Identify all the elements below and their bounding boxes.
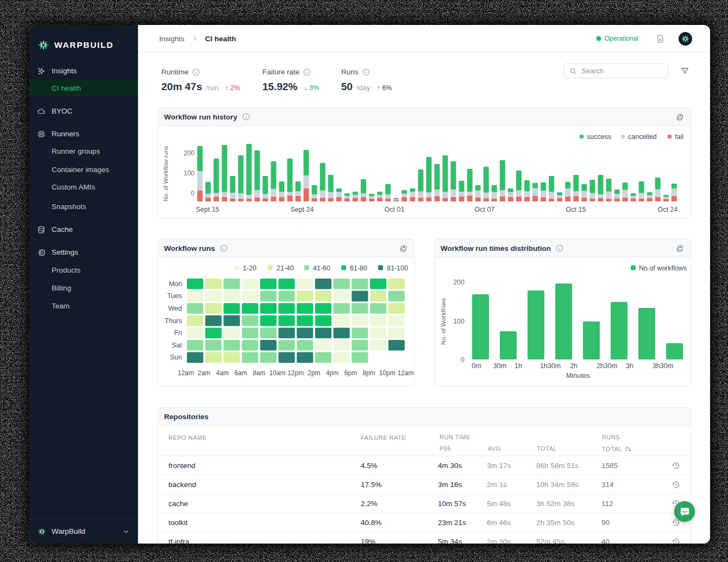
svg-text:Sept 15: Sept 15 — [196, 206, 219, 213]
svg-text:Sun: Sun — [170, 353, 182, 361]
svg-text:Wed: Wed — [168, 305, 183, 312]
svg-text:No. of Workflow runs: No. of Workflow runs — [162, 146, 169, 201]
svg-text:No.of workflows: No.of workflows — [639, 264, 687, 272]
svg-text:12am: 12am — [178, 369, 194, 377]
svg-text:Oct 07: Oct 07 — [475, 206, 495, 213]
svg-text:Tues: Tues — [167, 292, 182, 300]
svg-text:2am: 2am — [198, 369, 210, 377]
svg-text:Fri: Fri — [174, 329, 182, 337]
svg-text:3h: 3h — [626, 362, 633, 370]
svg-text:2h: 2h — [570, 362, 578, 370]
svg-text:cancelled: cancelled — [628, 133, 657, 141]
svg-text:0: 0 — [191, 190, 194, 197]
svg-text:Minutes: Minutes — [566, 372, 590, 380]
svg-text:2pm: 2pm — [307, 369, 320, 377]
svg-text:1h: 1h — [514, 362, 522, 370]
svg-text:200: 200 — [453, 279, 465, 286]
svg-text:100: 100 — [453, 318, 465, 325]
svg-text:8am: 8am — [253, 369, 265, 377]
svg-text:6am: 6am — [234, 369, 247, 377]
svg-text:success: success — [587, 133, 611, 141]
svg-text:fail: fail — [675, 133, 683, 141]
svg-text:Sept 24: Sept 24 — [290, 206, 313, 213]
svg-text:Oct 24: Oct 24 — [658, 206, 678, 213]
svg-text:0: 0 — [461, 356, 465, 364]
svg-text:6pm: 6pm — [344, 369, 357, 377]
svg-text:Oct 01: Oct 01 — [385, 206, 405, 213]
svg-text:1-20: 1-20 — [243, 264, 256, 272]
svg-text:3h30m: 3h30m — [652, 362, 673, 370]
svg-text:4pm: 4pm — [326, 369, 338, 377]
svg-text:41-60: 41-60 — [313, 264, 330, 272]
svg-text:61-80: 61-80 — [350, 264, 367, 272]
svg-text:100: 100 — [184, 169, 194, 177]
svg-text:2h30m: 2h30m — [597, 362, 617, 370]
svg-text:1h30m: 1h30m — [540, 362, 561, 370]
svg-text:8pm: 8pm — [362, 369, 375, 377]
svg-text:4am: 4am — [216, 369, 229, 377]
svg-text:Thurs: Thurs — [165, 317, 182, 325]
svg-text:12pm: 12pm — [287, 369, 304, 377]
svg-text:12am: 12am — [397, 369, 413, 377]
svg-text:21-40: 21-40 — [277, 264, 294, 272]
svg-text:10pm: 10pm — [379, 369, 396, 377]
svg-text:0m: 0m — [472, 362, 481, 370]
svg-text:Sat: Sat — [172, 342, 182, 349]
svg-text:10am: 10am — [269, 369, 285, 377]
svg-text:81-100: 81-100 — [387, 264, 408, 272]
svg-text:Mon: Mon — [169, 280, 182, 288]
svg-text:Oct 15: Oct 15 — [566, 206, 586, 213]
svg-text:30m: 30m — [493, 362, 506, 370]
svg-text:No. of Workflows: No. of Workflows — [440, 298, 447, 345]
svg-text:200: 200 — [184, 149, 194, 157]
